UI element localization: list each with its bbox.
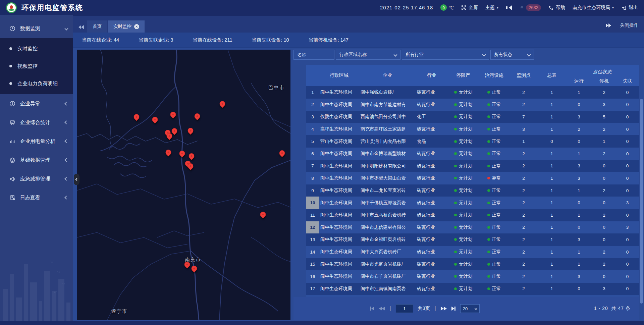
meters-cell: 1: [538, 86, 566, 99]
company-cell: 阆中千佛镇五郎垭页岩: [359, 197, 416, 209]
table-row[interactable]: 1阆中生态环境局阆中强锐页岩砖厂砖瓦行业无计划正常21120: [306, 86, 639, 99]
map-pin[interactable]: [191, 266, 197, 271]
city-label: 巴中市: [268, 84, 284, 91]
map-pin[interactable]: [133, 114, 139, 120]
sidebar-item-4[interactable]: 基础数据管理: [0, 151, 73, 169]
close-operations-button[interactable]: 关闭操作: [620, 22, 639, 29]
table-row[interactable]: 3仪陇生态环境局西南油气田分公司川中化工无计划正常71350: [306, 111, 639, 123]
data-table: 行政区域企业行业停限产治污设施监测点总表点位状态运行停机失联 1阆中生态环境局阆…: [306, 65, 639, 297]
sidebar-item-6[interactable]: 日志查看: [0, 188, 73, 207]
sidebar-collapse-handle[interactable]: [74, 174, 79, 185]
map-pin[interactable]: [195, 113, 200, 119]
map-pin[interactable]: [179, 151, 185, 156]
bell-icon: [519, 5, 525, 10]
table-row[interactable]: 13阆中生态环境局阆中市金福旺页岩机砖砖瓦行业无计划正常21300: [306, 233, 639, 246]
tab-1[interactable]: 实时监控✕: [108, 20, 145, 33]
company-cell: 阆中明阳建材有限公司: [359, 160, 416, 172]
first-page-button[interactable]: [370, 307, 374, 311]
sidebar-item-1[interactable]: 企业异常: [0, 94, 73, 113]
sidebar-item-3[interactable]: 企业用电量分析: [0, 132, 73, 151]
status-cell: 无计划: [448, 148, 479, 160]
table-row[interactable]: 11阆中生态环境局阆中市五马桥页岩机砖砖瓦行业无计划正常21120: [306, 209, 639, 221]
stop-cell: 2: [592, 148, 616, 160]
meters-cell: 1: [538, 99, 566, 111]
help-button[interactable]: 帮助: [548, 5, 565, 11]
fullscreen-button[interactable]: 全屏: [461, 5, 478, 11]
status-cell: 正常: [479, 135, 509, 148]
table-row[interactable]: 8阆中生态环境局阆中市枣碧大梁山页岩砖瓦行业无计划异常21300: [306, 172, 639, 184]
sidebar-item-5[interactable]: 应急减排管理: [0, 169, 73, 188]
map-pin[interactable]: [219, 101, 225, 107]
table-row[interactable]: 15阆中生态环境局阆中市光富页岩机砖厂砖瓦行业无计划正常21120: [306, 258, 639, 270]
table-row[interactable]: 6阆中生态环境局阆中市金博瑞新型墙材砖瓦行业无计划正常21120: [306, 148, 639, 160]
page-size-select[interactable]: 20: [460, 304, 480, 313]
status-dot-icon: [454, 177, 457, 179]
meters-cell: 1: [538, 233, 566, 246]
prev-page-button[interactable]: [379, 307, 385, 311]
status-cell: 正常: [479, 86, 509, 99]
industry-cell: 砖瓦行业: [416, 160, 448, 172]
name-search-input[interactable]: [293, 50, 334, 60]
table-row[interactable]: 16阆中生态环境局阆中市石子页岩机砖厂砖瓦行业无计划正常21300: [306, 270, 639, 283]
table-row[interactable]: 4高坪生态环境局南充市高坪区王家店建砖瓦行业无计划正常31220: [306, 123, 639, 136]
industry-cell: 砖瓦行业: [416, 209, 448, 221]
row-number-cell: 3: [306, 111, 319, 123]
sidebar-item-2[interactable]: 企业综合统计: [0, 113, 73, 132]
top-header: 环保用电监管系统 2021-02-25 17:46:18 0 ℃ 全屏 主题 ▾: [0, 0, 644, 15]
board-icon: [9, 119, 15, 125]
industry-cell: 砖瓦行业: [416, 270, 448, 283]
tab-0[interactable]: 首页: [87, 20, 107, 33]
page-number-input[interactable]: [396, 304, 413, 313]
run-cell: 0: [566, 197, 592, 209]
sidebar-subitem[interactable]: 企业电力负荷明细: [0, 75, 73, 92]
map-panel[interactable]: 巴中市南充市遂宁市: [77, 50, 290, 320]
map-pin[interactable]: [166, 133, 172, 139]
table-row[interactable]: 14阆中生态环境局阆中大兴页岩机砖厂砖瓦行业无计划正常21120: [306, 246, 639, 258]
map-pin[interactable]: [172, 128, 177, 134]
map-pin[interactable]: [166, 150, 171, 155]
sidebar-subitem[interactable]: 视频监控: [0, 57, 73, 75]
status-cell: 无计划: [448, 123, 479, 136]
divider: |: [390, 306, 391, 312]
sidebar-subitem[interactable]: 实时监控: [0, 40, 73, 57]
logout-icon: [621, 5, 627, 10]
row-number-cell: 9: [306, 184, 319, 197]
map-pin[interactable]: [260, 212, 266, 217]
table-row[interactable]: 9阆中生态环境局阆中市二龙长宝页岩砖砖瓦行业无计划正常21120: [306, 184, 639, 197]
industry-select[interactable]: 所有行业: [402, 50, 489, 60]
map-pin[interactable]: [187, 163, 193, 169]
region-cell: 阆中生态环境局: [319, 258, 359, 270]
tabs-scroll-right-button[interactable]: [606, 23, 611, 28]
region-select[interactable]: 行政区域名称: [336, 50, 400, 60]
meters-cell: 1: [538, 148, 566, 160]
table-row[interactable]: 10阆中生态环境局阆中千佛镇五郎垭页岩砖瓦行业无计划正常21003: [306, 197, 639, 209]
map-pin[interactable]: [152, 117, 158, 122]
table-body: 1阆中生态环境局阆中强锐页岩砖厂砖瓦行业无计划正常211202阆中生态环境局阆中…: [306, 86, 639, 297]
bureau-select[interactable]: 南充市生态环境局 ▾: [573, 5, 614, 11]
tab-close-icon[interactable]: ✕: [134, 24, 139, 29]
map-pin[interactable]: [187, 128, 193, 133]
mute-button[interactable]: [506, 5, 512, 10]
run-cell: 1: [566, 246, 592, 258]
points-cell: 2: [509, 258, 538, 270]
logout-button[interactable]: 退出: [621, 5, 638, 11]
status-select[interactable]: 所有状态: [490, 50, 534, 60]
tabs-scroll-left-button[interactable]: [78, 25, 84, 29]
next-page-button[interactable]: [441, 307, 447, 311]
map-pin[interactable]: [170, 112, 176, 117]
theme-button[interactable]: 主题 ▾: [485, 5, 498, 11]
lost-cell: 0: [616, 233, 639, 246]
map-pin[interactable]: [189, 153, 195, 159]
last-page-button[interactable]: [451, 307, 455, 311]
table-row[interactable]: 7阆中生态环境局阆中明阳建材有限公司砖瓦行业无计划正常21300: [306, 160, 639, 172]
table-row[interactable]: 12阆中生态环境局阆中市忠信建材有限公砖瓦行业无计划正常21003: [306, 221, 639, 234]
scrollbar-thumb[interactable]: [640, 99, 643, 304]
table-row[interactable]: 17阆中生态环境局阆中市江南镇阆南页岩砖瓦行业无计划正常21030: [306, 283, 639, 295]
table-row[interactable]: 2阆中生态环境局阆中市南方节能建材有砖瓦行业无计划正常21030: [306, 99, 639, 111]
map-pin[interactable]: [279, 150, 285, 156]
status-cell: 无计划: [448, 221, 479, 234]
table-row[interactable]: 5营山生态环境局营山县润丰肉食品有限食品无计划正常10010: [306, 135, 639, 148]
company-cell: 阆中市忠信建材有限公: [359, 221, 416, 234]
notification-area[interactable]: 2632: [519, 4, 541, 11]
sidebar-item-0[interactable]: 数据监测: [0, 19, 73, 38]
